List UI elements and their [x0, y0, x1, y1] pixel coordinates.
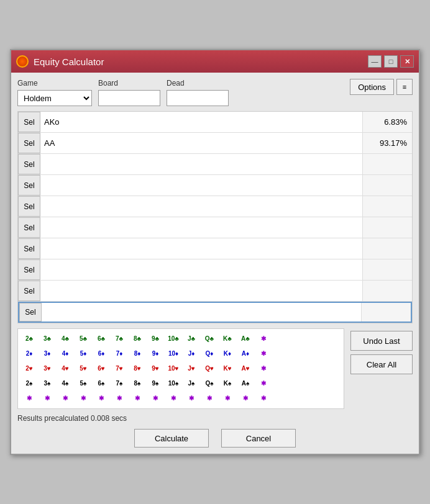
sel-button-8[interactable]: Sel	[18, 259, 40, 280]
card-btn-hearts-6[interactable]: 8♥	[129, 361, 146, 375]
card-btn-diamonds-13[interactable]: ✱	[255, 346, 272, 360]
calculate-button[interactable]: Calculate	[134, 429, 209, 448]
sel-button-4[interactable]: Sel	[18, 175, 40, 196]
card-btn-clubs-9[interactable]: J♣	[183, 331, 200, 345]
card-btn-hearts-8[interactable]: 10♥	[165, 361, 182, 375]
card-btn-hearts-3[interactable]: 5♥	[75, 361, 92, 375]
card-btn-diamonds-4[interactable]: 6♦	[93, 346, 110, 360]
card-btn-wild-2[interactable]: ✱	[57, 391, 74, 405]
card-btn-diamonds-1[interactable]: 3♦	[39, 346, 56, 360]
card-btn-clubs-6[interactable]: 8♣	[129, 331, 146, 345]
card-btn-wild-6[interactable]: ✱	[129, 391, 146, 405]
card-btn-diamonds-8[interactable]: 10♦	[165, 346, 182, 360]
cancel-button[interactable]: Cancel	[221, 429, 296, 448]
card-btn-wild-10[interactable]: ✱	[201, 391, 218, 405]
card-btn-clubs-1[interactable]: 3♣	[39, 331, 56, 345]
card-btn-spades-11[interactable]: K♠	[219, 376, 236, 390]
card-btn-clubs-5[interactable]: 7♣	[111, 331, 128, 345]
card-btn-wild-0[interactable]: ✱	[21, 391, 38, 405]
game-select[interactable]: Holdem	[17, 90, 92, 106]
card-btn-hearts-10[interactable]: Q♥	[201, 361, 218, 375]
card-btn-hearts-9[interactable]: J♥	[183, 361, 200, 375]
card-btn-wild-7[interactable]: ✱	[147, 391, 164, 405]
card-btn-clubs-12[interactable]: A♣	[237, 331, 254, 345]
close-button[interactable]: ✕	[400, 55, 414, 68]
sel-button-9[interactable]: Sel	[18, 281, 40, 301]
card-btn-spades-5[interactable]: 7♠	[111, 376, 128, 390]
dead-input[interactable]	[167, 90, 229, 106]
card-btn-clubs-8[interactable]: 10♣	[165, 331, 182, 345]
sel-button-3[interactable]: Sel	[18, 154, 40, 174]
card-btn-spades-13[interactable]: ✱	[255, 376, 272, 390]
card-btn-diamonds-9[interactable]: J♦	[183, 346, 200, 360]
sel-button-2[interactable]: Sel	[18, 133, 40, 153]
hand-input-7[interactable]	[40, 238, 362, 259]
card-btn-spades-12[interactable]: A♠	[237, 376, 254, 390]
card-btn-clubs-7[interactable]: 9♣	[147, 331, 164, 345]
sel-button-6[interactable]: Sel	[18, 217, 40, 238]
card-btn-hearts-4[interactable]: 6♥	[93, 361, 110, 375]
card-btn-hearts-1[interactable]: 3♥	[39, 361, 56, 375]
card-btn-spades-9[interactable]: J♠	[183, 376, 200, 390]
sel-button-10[interactable]: Sel	[19, 303, 42, 322]
card-btn-wild-11[interactable]: ✱	[219, 391, 236, 405]
card-btn-hearts-7[interactable]: 9♥	[147, 361, 164, 375]
card-btn-diamonds-5[interactable]: 7♦	[111, 346, 128, 360]
card-btn-clubs-13[interactable]: ✱	[255, 331, 272, 345]
card-btn-hearts-2[interactable]: 4♥	[57, 361, 74, 375]
hand-input-10[interactable]	[42, 303, 361, 322]
hand-input-3[interactable]	[40, 154, 362, 174]
card-btn-spades-6[interactable]: 8♠	[129, 376, 146, 390]
card-btn-spades-3[interactable]: 5♠	[75, 376, 92, 390]
card-btn-hearts-5[interactable]: 7♥	[111, 361, 128, 375]
card-btn-spades-4[interactable]: 6♠	[93, 376, 110, 390]
card-btn-wild-3[interactable]: ✱	[75, 391, 92, 405]
hand-input-8[interactable]	[40, 259, 362, 280]
card-btn-wild-9[interactable]: ✱	[183, 391, 200, 405]
clear-all-button[interactable]: Clear All	[350, 354, 413, 374]
undo-last-button[interactable]: Undo Last	[350, 331, 413, 351]
card-btn-diamonds-10[interactable]: Q♦	[201, 346, 218, 360]
card-btn-clubs-10[interactable]: Q♣	[201, 331, 218, 345]
card-btn-diamonds-6[interactable]: 8♦	[129, 346, 146, 360]
options-button[interactable]: Options	[350, 79, 394, 95]
card-btn-wild-13[interactable]: ✱	[255, 391, 272, 405]
card-btn-clubs-2[interactable]: 4♣	[57, 331, 74, 345]
hand-input-2[interactable]	[40, 133, 362, 153]
hand-input-6[interactable]	[40, 217, 362, 238]
sel-button-7[interactable]: Sel	[18, 238, 40, 259]
card-btn-spades-1[interactable]: 3♠	[39, 376, 56, 390]
card-btn-diamonds-0[interactable]: 2♦	[21, 346, 38, 360]
card-btn-hearts-13[interactable]: ✱	[255, 361, 272, 375]
hand-input-5[interactable]	[40, 196, 362, 217]
card-btn-clubs-4[interactable]: 6♣	[93, 331, 110, 345]
card-btn-diamonds-12[interactable]: A♦	[237, 346, 254, 360]
card-btn-wild-12[interactable]: ✱	[237, 391, 254, 405]
card-btn-diamonds-2[interactable]: 4♦	[57, 346, 74, 360]
card-btn-diamonds-3[interactable]: 5♦	[75, 346, 92, 360]
card-btn-spades-7[interactable]: 9♠	[147, 376, 164, 390]
card-btn-spades-2[interactable]: 4♠	[57, 376, 74, 390]
sel-button-1[interactable]: Sel	[18, 112, 40, 132]
card-btn-diamonds-7[interactable]: 9♦	[147, 346, 164, 360]
options-small-button[interactable]: ≡	[396, 79, 413, 95]
minimize-button[interactable]: —	[368, 55, 382, 68]
card-btn-wild-4[interactable]: ✱	[93, 391, 110, 405]
hand-input-4[interactable]	[40, 175, 362, 196]
card-btn-diamonds-11[interactable]: K♦	[219, 346, 236, 360]
card-btn-spades-10[interactable]: Q♠	[201, 376, 218, 390]
sel-button-5[interactable]: Sel	[18, 196, 40, 217]
card-btn-clubs-0[interactable]: 2♣	[21, 331, 38, 345]
card-btn-hearts-11[interactable]: K♥	[219, 361, 236, 375]
card-btn-spades-8[interactable]: 10♠	[165, 376, 182, 390]
hand-input-9[interactable]	[40, 281, 362, 301]
card-btn-clubs-11[interactable]: K♣	[219, 331, 236, 345]
card-btn-wild-5[interactable]: ✱	[111, 391, 128, 405]
hand-input-1[interactable]	[40, 112, 362, 132]
card-btn-hearts-12[interactable]: A♥	[237, 361, 254, 375]
maximize-button[interactable]: □	[384, 55, 398, 68]
card-btn-wild-1[interactable]: ✱	[39, 391, 56, 405]
card-btn-clubs-3[interactable]: 5♣	[75, 331, 92, 345]
card-btn-wild-8[interactable]: ✱	[165, 391, 182, 405]
board-input[interactable]	[98, 90, 160, 106]
